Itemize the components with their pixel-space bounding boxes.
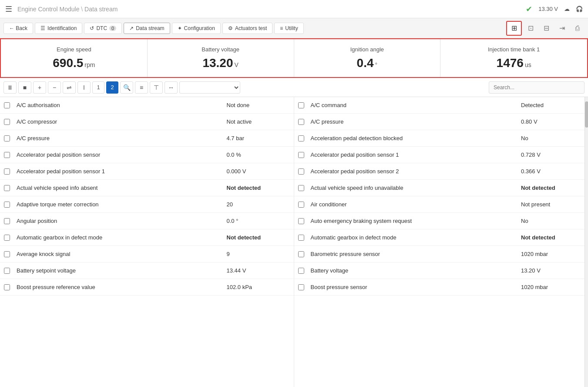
row-checkbox[interactable] — [298, 268, 304, 274]
checkbox-cell[interactable] — [0, 249, 14, 259]
parameter-name: Accelerator pedal position sensor — [14, 148, 224, 162]
list-button[interactable]: ≡ — [135, 81, 148, 94]
checkbox-cell[interactable] — [294, 249, 308, 259]
add-button[interactable]: + — [33, 81, 46, 94]
row-checkbox[interactable] — [298, 152, 304, 158]
num2-button[interactable]: 2 — [106, 81, 118, 94]
checkbox-cell[interactable] — [0, 117, 14, 127]
filter-button[interactable]: ⇌ — [63, 81, 76, 94]
parameter-value: No — [518, 131, 588, 145]
row-checkbox[interactable] — [4, 251, 10, 257]
row-checkbox[interactable] — [298, 251, 304, 257]
parameter-name: Battery setpoint voltage — [14, 264, 224, 277]
search-button[interactable]: 🔍 — [120, 81, 133, 94]
arrow-button[interactable]: ↔ — [165, 81, 178, 94]
parameter-value: 13.20 V — [518, 264, 588, 277]
nav-extra-4[interactable]: ⎙ — [571, 21, 585, 35]
parameter-value: Not detected — [518, 231, 588, 244]
row-checkbox[interactable] — [4, 102, 10, 108]
list-item: A/C compressor Not active — [0, 114, 294, 130]
metrics-bar: Engine speed 690.5rpm Battery voltage 13… — [0, 38, 588, 78]
scrollbar[interactable] — [585, 97, 588, 387]
checkbox-cell[interactable] — [0, 167, 14, 176]
checkbox-cell[interactable] — [294, 183, 308, 193]
row-checkbox[interactable] — [298, 218, 304, 224]
checkbox-cell[interactable] — [0, 216, 14, 226]
checkbox-cell[interactable] — [0, 283, 14, 292]
row-checkbox[interactable] — [4, 135, 10, 141]
text-button[interactable]: I — [77, 81, 91, 94]
row-checkbox[interactable] — [298, 135, 304, 141]
checkbox-cell[interactable] — [294, 200, 308, 209]
row-checkbox[interactable] — [4, 284, 10, 290]
titlebar: ☰ Engine Control Module \ Data stream ✔ … — [0, 0, 588, 18]
menu-icon[interactable]: ☰ — [5, 4, 12, 14]
checkbox-cell[interactable] — [0, 266, 14, 276]
checkbox-cell[interactable] — [294, 167, 308, 176]
nav-extra-3[interactable]: ⇥ — [555, 21, 569, 35]
checkbox-cell[interactable] — [294, 266, 308, 276]
scrollbar-thumb[interactable] — [585, 101, 588, 128]
list-item: A/C command Detected — [294, 97, 588, 114]
search-input[interactable] — [489, 81, 585, 94]
parameter-name: A/C compressor — [14, 115, 224, 128]
row-checkbox[interactable] — [298, 235, 304, 241]
toolbar: ⏸ ■ + − ⇌ I 1 2 🔍 ≡ ⊤ ↔ — [0, 78, 588, 97]
checkbox-cell[interactable] — [0, 101, 14, 110]
checkbox-cell[interactable] — [294, 150, 308, 160]
checkbox-cell[interactable] — [294, 283, 308, 292]
pause-button[interactable]: ⏸ — [3, 81, 17, 94]
checkbox-cell[interactable] — [294, 233, 308, 242]
checkbox-cell[interactable] — [0, 200, 14, 209]
checkbox-cell[interactable] — [294, 134, 308, 143]
checkbox-cell[interactable] — [0, 183, 14, 193]
identification-button[interactable]: ☰ Identification — [35, 23, 82, 34]
utility-label: Utility — [285, 25, 298, 31]
dtc-button[interactable]: ↺ DTC 0 — [84, 23, 122, 34]
metric-injection-label: Injection time bank 1 — [488, 46, 540, 53]
row-checkbox[interactable] — [4, 168, 10, 175]
checkbox-cell[interactable] — [0, 150, 14, 160]
parameter-value: Not detected — [224, 181, 294, 195]
num1-button[interactable]: 1 — [92, 81, 104, 94]
minus-button[interactable]: − — [48, 81, 61, 94]
checkbox-cell[interactable] — [294, 101, 308, 110]
utility-button[interactable]: ≡ Utility — [274, 23, 303, 34]
row-checkbox[interactable] — [4, 202, 10, 208]
row-checkbox[interactable] — [298, 119, 304, 125]
nav-extra-1[interactable]: ⊡ — [524, 21, 538, 35]
checkbox-cell[interactable] — [294, 216, 308, 226]
right-column: A/C command Detected A/C pressure 0.80 V… — [294, 97, 588, 387]
row-checkbox[interactable] — [4, 185, 10, 191]
funnel-button[interactable]: ⊤ — [150, 81, 163, 94]
actuators-icon: ⚙ — [228, 25, 233, 31]
configuration-button[interactable]: ✦ Configuration — [172, 23, 221, 34]
list-item: Automatic gearbox in defect mode Not det… — [0, 229, 294, 246]
row-checkbox[interactable] — [298, 284, 304, 290]
checkbox-cell[interactable] — [0, 233, 14, 242]
checkbox-cell[interactable] — [0, 134, 14, 143]
grid-view-button[interactable]: ⊞ — [506, 21, 522, 36]
list-item: Acceleration pedal detection blocked No — [294, 130, 588, 147]
checkbox-cell[interactable] — [294, 117, 308, 127]
row-checkbox[interactable] — [298, 185, 304, 191]
row-checkbox[interactable] — [298, 202, 304, 208]
row-checkbox[interactable] — [4, 268, 10, 274]
metric-battery-value: 13.20V — [202, 56, 238, 70]
parameter-name: Boost pressure reference value — [14, 280, 224, 294]
row-checkbox[interactable] — [4, 218, 10, 224]
cloud-icon: ☁ — [564, 6, 570, 12]
data-table: A/C authorisation Not done A/C compresso… — [0, 97, 588, 387]
back-button[interactable]: ← Back — [3, 23, 33, 34]
row-checkbox[interactable] — [4, 235, 10, 241]
row-checkbox[interactable] — [4, 152, 10, 158]
data-stream-button[interactable]: ↗ Data stream — [124, 23, 170, 34]
stop-button[interactable]: ■ — [18, 81, 31, 94]
row-checkbox[interactable] — [298, 168, 304, 175]
row-checkbox[interactable] — [298, 102, 304, 108]
parameter-name: Accelerator pedal position sensor 1 — [308, 148, 519, 162]
nav-extra-2[interactable]: ⊟ — [539, 21, 553, 35]
actuators-test-button[interactable]: ⚙ Actuators test — [222, 23, 272, 34]
column-select[interactable] — [179, 81, 240, 94]
row-checkbox[interactable] — [4, 119, 10, 125]
